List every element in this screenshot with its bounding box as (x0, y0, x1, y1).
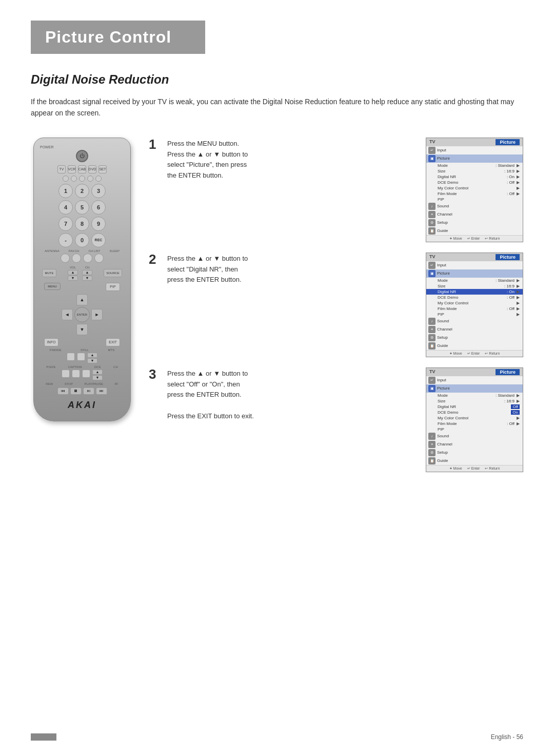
pmode-button[interactable] (67, 353, 75, 361)
step-1-row: 1 Press the MENU button. Press the ▲ or … (149, 138, 523, 242)
dnr-arrow-1: ▶ (517, 175, 520, 179)
nav-right-button[interactable]: ► (91, 309, 103, 320)
enter-button[interactable]: ENTER (74, 307, 90, 322)
vol-label: VOL (70, 266, 76, 269)
btn-3[interactable]: 3 (91, 184, 106, 198)
btn-0[interactable]: 0 (75, 233, 89, 247)
mts-label: MTS (108, 348, 115, 352)
sleep-button[interactable] (94, 254, 104, 263)
rew-button[interactable]: ⏮ (57, 387, 69, 395)
dce-button[interactable] (82, 370, 90, 378)
antenna-button[interactable] (61, 254, 70, 263)
film-arrow-2: ▶ (517, 306, 520, 311)
step-2-screen: TV Picture ↵ Input ▣ Picture Mode : Stan… (426, 253, 523, 357)
exit-button[interactable]: EXIT (106, 338, 120, 346)
playpause-button[interactable]: ⏯ (83, 387, 94, 395)
footer-enter-1: ↵ Enter (467, 237, 480, 241)
ch-down-button[interactable]: ▼ (82, 276, 92, 281)
description-text: If the broadcast signal received by your… (31, 96, 523, 119)
cable-button[interactable]: CAB (78, 165, 86, 173)
ch-buttons: ▲ ▼ (82, 270, 92, 281)
mode-arrow-2: ▶ (517, 278, 520, 283)
tv-label-3: TV (429, 369, 436, 375)
dce-name-2: DCE Demo (438, 295, 507, 300)
mts-down-button[interactable]: ▼ (87, 358, 97, 363)
input-category-3: Input (437, 378, 457, 382)
mute-button[interactable]: MUTE (42, 269, 56, 277)
picture-icon-1: ▣ (428, 155, 436, 162)
btn-dash[interactable]: - (58, 233, 73, 247)
mts-up-button[interactable]: ▲ (87, 353, 97, 358)
source-select-row: TV VCR CAB DVD SET (40, 165, 124, 173)
sound-icon-3: ♪ (428, 433, 436, 440)
tv-screen-3: TV Picture ↵ Input ▣ Picture Mode : Stan… (426, 367, 523, 472)
ch-up2-button[interactable]: ▲ (92, 370, 103, 375)
dce-arrow-1: ▶ (517, 180, 520, 185)
ff-button[interactable]: ⏭ (96, 387, 107, 395)
pip-button[interactable]: PIP (106, 283, 120, 291)
btn-9[interactable]: 9 (91, 217, 106, 231)
pmode-label: P.MODE (50, 348, 62, 352)
btn-8[interactable]: 8 (75, 217, 89, 231)
dnr-off-highlight: Off (511, 404, 520, 409)
guide-icon-3: 📋 (428, 457, 436, 464)
dvd-circle (87, 176, 93, 182)
menu-channel-1: ≡ Channel (426, 210, 523, 219)
step-1-text: Press the MENU button. Press the ▲ or ▼ … (167, 138, 418, 181)
btn-5[interactable]: 5 (75, 200, 89, 215)
page-title: Picture Control (45, 28, 191, 47)
power-label: POWER (40, 145, 124, 149)
btn-2[interactable]: 2 (75, 184, 89, 198)
set-button[interactable]: SET (98, 165, 107, 173)
film-name-2: Film Mode (438, 306, 507, 311)
dvd-button[interactable]: DVD (88, 165, 96, 173)
mode-arrow-3: ▶ (517, 393, 520, 398)
ch-down2-button[interactable]: ▼ (92, 375, 103, 380)
input-category-1: Input (437, 148, 457, 152)
menu-guide-1: 📋 Guide (426, 227, 523, 235)
setup-category-2: Setup (437, 335, 457, 340)
pmode-labels: P.MODE STILL MTS (40, 348, 124, 352)
psize-label: P.SIZE (46, 365, 55, 369)
ch-up-button[interactable]: ▲ (82, 270, 92, 275)
caption-label: CAPTION (68, 365, 82, 369)
source-button[interactable]: SOURCE (104, 269, 122, 277)
vol-up-button[interactable]: ▲ (68, 270, 78, 275)
stop-button[interactable]: ⏹ (70, 387, 82, 395)
pip-name-1: PIP (438, 197, 520, 202)
tv-screen-2: TV Picture ↵ Input ▣ Picture Mode : Stan… (426, 253, 523, 357)
psize-row: ▲ ▼ (40, 370, 124, 380)
still-button[interactable] (77, 353, 85, 361)
nav-down-button[interactable]: ▼ (76, 324, 88, 335)
btn-6[interactable]: 6 (91, 200, 106, 215)
btn-1[interactable]: 1 (58, 184, 73, 198)
size-arrow-3: ▶ (517, 399, 520, 403)
power-button[interactable]: ⏻ (76, 150, 88, 162)
info-button[interactable]: INFO (44, 338, 58, 346)
tv-screen-1-header: TV Picture (426, 138, 523, 146)
footer-return-3: ↩ Return (485, 467, 500, 471)
ch-label2: CH (113, 365, 118, 369)
film-name-1: Film Mode (438, 191, 507, 196)
film-row-1: Film Mode : Off ▶ (426, 191, 523, 197)
menu-input-2: ↵ Input (426, 261, 523, 269)
vcr-button[interactable]: VCR (68, 165, 76, 173)
favch-button[interactable] (72, 254, 81, 263)
btn-7[interactable]: 7 (58, 217, 73, 231)
caption-button[interactable] (72, 370, 80, 378)
vol-down-button[interactable]: ▼ (68, 276, 78, 281)
nav-left-button[interactable]: ◄ (62, 309, 73, 320)
psize-button[interactable] (62, 370, 70, 378)
chlist-button[interactable] (83, 254, 92, 263)
menu-button[interactable]: MENU (44, 283, 61, 290)
dce-value-3: On (510, 410, 520, 415)
tv-screen-2-header: TV Picture (426, 253, 523, 261)
nav-up-button[interactable]: ▲ (76, 294, 88, 305)
tv-button[interactable]: TV (57, 165, 66, 173)
btn-4[interactable]: 4 (58, 200, 73, 215)
size-row-2: Size : 16:9 ▶ (426, 283, 523, 289)
btn-rec[interactable]: REC (91, 233, 106, 247)
mcc-name-1: My Color Control (438, 186, 515, 190)
sleep-label: SLEEP (110, 249, 120, 253)
mode-value-1: : Standard (496, 163, 515, 168)
